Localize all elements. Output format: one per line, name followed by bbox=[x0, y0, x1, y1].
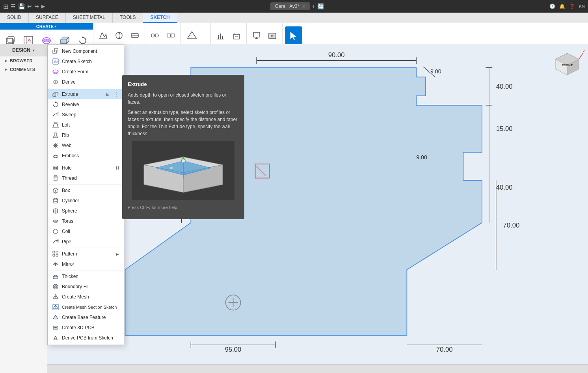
create-label: CREATE bbox=[36, 24, 54, 29]
tooltip-line1: Adds depth to open or closed sketch prof… bbox=[128, 91, 239, 106]
create-bar[interactable]: CREATE ▾ bbox=[0, 23, 93, 30]
svg-point-62 bbox=[54, 166, 58, 168]
user-avatar[interactable]: KN bbox=[579, 4, 585, 9]
menu-item-extrude[interactable]: Extrude E ⋮ bbox=[48, 89, 124, 99]
select-icon bbox=[288, 30, 299, 43]
menu-label-create-3d-pcb: Create 3D PCB bbox=[62, 325, 95, 330]
app-grid-icon[interactable]: ⊞ bbox=[3, 3, 8, 10]
svg-text:40.00: 40.00 bbox=[496, 83, 513, 90]
comments-label: COMMENTS bbox=[10, 67, 35, 72]
menu-item-create-3d-pcb[interactable]: Create 3D PCB bbox=[48, 323, 124, 333]
menu-label-create-mesh-section-sketch: Create Mesh Section Sketch bbox=[62, 305, 117, 310]
tab-sketch[interactable]: SKETCH bbox=[143, 13, 177, 23]
svg-point-115 bbox=[170, 167, 173, 169]
assemble-btn-2[interactable] bbox=[163, 28, 178, 46]
close-tab-icon[interactable]: ✕ bbox=[302, 4, 305, 9]
coil-menu-icon bbox=[52, 228, 59, 235]
sidebar-item-browser[interactable]: ▶ BROWSER bbox=[0, 56, 47, 65]
svg-text:70.00: 70.00 bbox=[436, 346, 453, 353]
refresh-icon[interactable]: 🔄 bbox=[317, 3, 324, 9]
select-button[interactable] bbox=[285, 26, 302, 47]
menu-item-create-sketch[interactable]: Create Sketch bbox=[48, 56, 124, 67]
undo-icon[interactable]: ↩ bbox=[27, 3, 32, 9]
inspect-icon-1 bbox=[216, 31, 225, 42]
extrude-kebab-icon[interactable]: ⋮ bbox=[114, 91, 119, 97]
viewcube[interactable]: FRONT Z bbox=[549, 47, 585, 83]
play-icon[interactable]: ▶ bbox=[41, 4, 45, 9]
modify-btn-2[interactable] bbox=[112, 28, 127, 46]
create-3d-pcb-menu-icon bbox=[52, 325, 59, 331]
svg-point-105 bbox=[56, 327, 57, 328]
design-button[interactable]: DESIGN ▾ bbox=[0, 44, 47, 56]
menu-item-coil[interactable]: Coil bbox=[48, 226, 124, 237]
svg-rect-9 bbox=[61, 40, 66, 44]
menu-separator-2 bbox=[48, 162, 124, 162]
inspect-btn-1[interactable] bbox=[213, 28, 228, 46]
help-icon[interactable]: ❓ bbox=[569, 4, 575, 9]
menu-item-cylinder[interactable]: Cylinder bbox=[48, 196, 124, 206]
tab-solid[interactable]: SOLID bbox=[0, 13, 29, 23]
menu-item-mirror[interactable]: Mirror bbox=[48, 259, 124, 269]
menu-item-thread[interactable]: Thread bbox=[48, 173, 124, 183]
modify-btn-3[interactable] bbox=[127, 28, 142, 46]
menu-item-box[interactable]: Box bbox=[48, 185, 124, 196]
tab-tools[interactable]: TOOLS bbox=[113, 13, 143, 23]
menu-item-thicken[interactable]: Thicken bbox=[48, 271, 124, 282]
svg-rect-22 bbox=[171, 34, 174, 37]
hamburger-icon[interactable]: ☰ bbox=[11, 3, 16, 9]
menu-item-new-component[interactable]: New Component bbox=[48, 46, 124, 56]
insert-btn-2[interactable] bbox=[265, 28, 280, 46]
mirror-menu-icon bbox=[52, 261, 59, 267]
tab-sheet-metal[interactable]: SHEET METAL bbox=[66, 13, 113, 23]
create-dropdown-menu: New Component Create Sketch Create Form … bbox=[47, 44, 124, 345]
bell-icon[interactable]: 🔔 bbox=[559, 4, 565, 9]
menu-item-create-form[interactable]: Create Form bbox=[48, 67, 124, 77]
menu-item-create-base-feature[interactable]: Create Base Feature bbox=[48, 312, 124, 323]
menu-item-hole[interactable]: Hole H bbox=[48, 163, 124, 173]
redo-icon[interactable]: ↪ bbox=[34, 3, 39, 9]
active-tab[interactable]: Cara _Av3* ✕ bbox=[270, 2, 310, 10]
menu-item-revolve[interactable]: Revolve bbox=[48, 99, 124, 110]
menu-label-mirror: Mirror bbox=[62, 261, 74, 267]
menu-item-emboss[interactable]: Emboss bbox=[48, 151, 124, 161]
new-tab-icon[interactable]: + bbox=[312, 3, 315, 10]
svg-rect-85 bbox=[53, 251, 55, 253]
menu-item-loft[interactable]: Loft bbox=[48, 120, 124, 130]
inspect-btn-2[interactable] bbox=[229, 28, 244, 46]
svg-point-19 bbox=[155, 34, 158, 37]
save-icon[interactable]: 💾 bbox=[18, 3, 25, 9]
tab-surface[interactable]: SURFACE bbox=[29, 13, 66, 23]
svg-point-43 bbox=[53, 70, 58, 74]
svg-rect-52 bbox=[54, 122, 57, 124]
menu-item-boundary-fill[interactable]: Boundary Fill bbox=[48, 282, 124, 292]
menu-item-torus[interactable]: Torus bbox=[48, 216, 124, 226]
svg-point-114 bbox=[182, 159, 185, 162]
menu-item-create-mesh[interactable]: Create Mesh bbox=[48, 292, 124, 302]
clock-icon[interactable]: 🕐 bbox=[549, 4, 555, 9]
insert-btn-1[interactable] bbox=[249, 28, 264, 46]
cylinder-menu-icon bbox=[52, 198, 59, 204]
modify-btn-1[interactable] bbox=[96, 28, 111, 46]
sidebar-item-comments[interactable]: ▶ COMMENTS bbox=[0, 65, 47, 74]
menu-item-derive[interactable]: Derive bbox=[48, 77, 124, 87]
menu-item-web[interactable]: Web bbox=[48, 140, 124, 151]
menu-separator-3 bbox=[48, 184, 124, 185]
emboss-menu-icon bbox=[52, 153, 59, 159]
menu-item-pattern[interactable]: Pattern ▶ bbox=[48, 249, 124, 259]
menu-item-derive-pcb-from-sketch[interactable]: Derive PCB from Sketch bbox=[48, 333, 124, 343]
menu-label-derive-pcb-from-sketch: Derive PCB from Sketch bbox=[62, 335, 113, 341]
loft-menu-icon bbox=[52, 122, 59, 128]
menu-label-thread: Thread bbox=[62, 175, 77, 181]
extrude-shortcut: E bbox=[106, 92, 109, 97]
svg-marker-39 bbox=[290, 32, 296, 40]
menu-item-rib[interactable]: Rib bbox=[48, 130, 124, 140]
menu-item-sphere[interactable]: Sphere bbox=[48, 206, 124, 216]
menu-item-pipe[interactable]: Pipe bbox=[48, 237, 124, 247]
assemble-btn-1[interactable] bbox=[147, 28, 162, 46]
tooltip-hint: Press Ctrl+/ for more help. bbox=[128, 204, 239, 211]
menu-label-boundary-fill: Boundary Fill bbox=[62, 284, 89, 289]
construct-btn-1[interactable] bbox=[183, 26, 201, 47]
menu-item-create-mesh-section-sketch[interactable]: Create Mesh Section Sketch bbox=[48, 302, 124, 312]
svg-point-61 bbox=[54, 168, 58, 170]
menu-item-sweep[interactable]: Sweep bbox=[48, 110, 124, 120]
